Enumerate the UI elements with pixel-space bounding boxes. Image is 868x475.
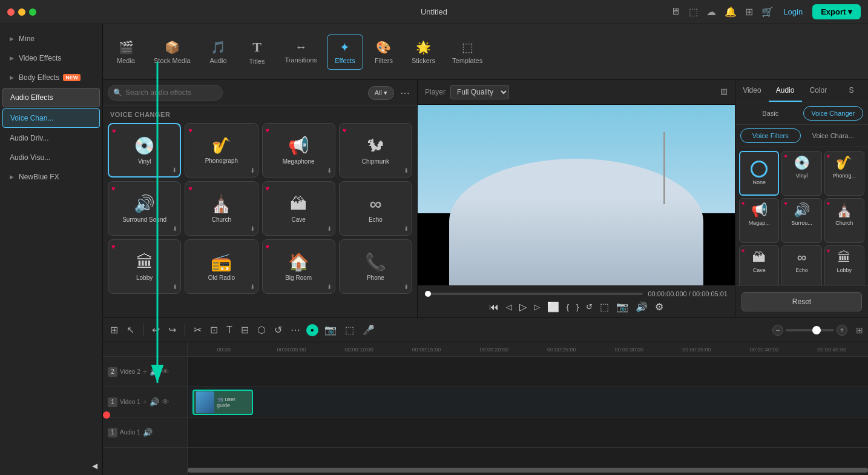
audio-track-icon[interactable]: 🔊 (150, 397, 159, 407)
more-options-button[interactable]: ⋯ (398, 87, 412, 99)
login-button[interactable]: Login (783, 7, 803, 16)
mic-button[interactable]: 🎤 (360, 322, 377, 338)
effect-card-megaphone[interactable]: ♥ 📢 Megaphone ⬇ (262, 123, 335, 178)
sidebar-collapse-button[interactable]: ◀ (0, 457, 102, 475)
filter-tab-voice-chara[interactable]: Voice Chara... (803, 128, 864, 143)
right-effect-church[interactable]: ♥ ⛪ Church (824, 198, 864, 243)
effect-card-big-room[interactable]: ♥ 🏠 Big Room ⬇ (262, 239, 335, 294)
undo-button[interactable]: ↩ (150, 322, 162, 338)
nav-item-titles[interactable]: T Titles (239, 35, 275, 70)
right-effect-echo[interactable]: ∞ Echo (781, 245, 821, 285)
redo-button[interactable]: ↪ (166, 322, 179, 338)
zoom-in-button[interactable]: + (837, 325, 847, 336)
snapshot-tl-button[interactable]: 📷 (322, 322, 339, 338)
right-effect-cave[interactable]: ♥ 🏔 Cave (739, 245, 779, 285)
snapshot-icon[interactable]: 🖼 (720, 88, 728, 96)
effect-card-surround[interactable]: ♥ 🔊 Surround Sound ⬇ (108, 181, 181, 236)
effect-card-lobby[interactable]: ♥ 🏛 Lobby ⬇ (108, 239, 181, 294)
frame-forward-button[interactable]: ▷ (534, 302, 540, 311)
sidebar-item-newblue[interactable]: ▶ NewBlue FX (2, 168, 100, 186)
text-button[interactable]: T (224, 322, 235, 338)
eye-icon[interactable]: 👁 (162, 397, 169, 407)
more-tools-button[interactable]: ⋯ (288, 322, 303, 338)
right-effect-surround[interactable]: ♥ 🔊 Surrou... (781, 198, 821, 243)
stop-button[interactable]: ⬜ (547, 301, 559, 313)
right-effect-lobby[interactable]: ♥ 🏛 Lobby (824, 245, 864, 285)
monitor-icon[interactable]: 🖥 (671, 6, 680, 18)
mask-button[interactable]: ⬚ (343, 322, 357, 338)
zoom-track[interactable] (786, 329, 834, 331)
mark-out-button[interactable]: } (576, 302, 579, 311)
effect-card-echo[interactable]: ∞ Echo ⬇ (339, 181, 412, 236)
effect-card-phonograph[interactable]: ♥ 🎷 Phonograph ⬇ (185, 123, 258, 178)
add-track-button[interactable]: ⊞ (108, 322, 120, 338)
eye-icon[interactable]: 👁 (162, 367, 169, 376)
filter-tab-voice-filters[interactable]: Voice Filters (740, 128, 801, 143)
cart-icon[interactable]: 🛒 (761, 6, 774, 18)
effect-card-vinyl[interactable]: ♥ 💿 Vinyl ⬇ (108, 123, 181, 178)
select-tool-button[interactable]: ↖ (124, 322, 137, 338)
sidebar-item-audio-effects[interactable]: Audio Effects (2, 88, 100, 107)
sidebar-item-audio-visu[interactable]: Audio Visu... (2, 148, 100, 167)
audio-icon[interactable]: 🔊 (143, 428, 153, 437)
audio-track-icon[interactable]: 🔊 (150, 367, 159, 376)
sidebar-item-voice-chan[interactable]: Voice Chan... (2, 108, 100, 128)
nav-item-stickers[interactable]: 🌟 Stickers (404, 35, 442, 69)
grid-icon[interactable]: ⊞ (745, 6, 753, 18)
right-effect-megaphone[interactable]: ♥ 📢 Megap... (739, 198, 779, 243)
zoom-thumb[interactable] (812, 326, 821, 334)
tab-s[interactable]: S (835, 80, 868, 102)
nav-item-media[interactable]: 🎬 Media (108, 35, 144, 69)
subtab-basic[interactable]: Basic (740, 106, 801, 121)
right-effect-vinyl[interactable]: ♥ 💿 Vinyl (781, 151, 821, 196)
volume-button[interactable]: 🔊 (636, 301, 648, 313)
effects-search-input[interactable] (108, 85, 223, 101)
effect-card-church[interactable]: ♥ ⛪ Church ⬇ (185, 181, 258, 236)
mark-in-button[interactable]: { (567, 302, 569, 311)
progress-thumb[interactable] (425, 291, 431, 297)
effect-card-cave[interactable]: ♥ 🏔 Cave ⬇ (262, 181, 335, 236)
timeline-scrollbar[interactable] (188, 468, 868, 473)
cut-button[interactable]: ✂ (191, 322, 204, 338)
motion-button[interactable]: ⬡ (255, 322, 268, 338)
nav-item-templates[interactable]: ⬚ Templates (445, 35, 490, 69)
layout-toggle-button[interactable]: ⊞ (856, 325, 863, 335)
add-icon[interactable]: + (143, 397, 148, 407)
right-effect-none[interactable]: None (739, 151, 779, 196)
add-icon[interactable]: + (143, 367, 148, 376)
sidebar-item-video-effects[interactable]: ▶ Video Effects (2, 49, 100, 67)
cloud-icon[interactable]: ☁ (706, 6, 716, 18)
loop-button[interactable]: ↺ (586, 302, 593, 311)
nav-item-audio[interactable]: 🎵 Audio (200, 35, 237, 69)
camera-button[interactable]: 📷 (616, 301, 628, 313)
reset-button[interactable]: Reset (741, 292, 862, 311)
sidebar-item-body-effects[interactable]: ▶ Body Effects NEW (2, 68, 100, 87)
pip-button[interactable]: ⬚ (600, 301, 609, 313)
nav-item-filters[interactable]: 🎨 Filters (366, 35, 402, 69)
play-button[interactable]: ▷ (519, 301, 527, 313)
sidebar-item-audio-driv[interactable]: Audio Driv... (2, 129, 100, 147)
progress-bar[interactable] (425, 293, 643, 295)
settings-button[interactable]: ⚙ (655, 301, 663, 313)
quality-select[interactable]: Full Quality Half Quality (450, 85, 509, 99)
video-clip[interactable]: 📹 user guide (192, 390, 253, 415)
right-effect-phonograph[interactable]: ♥ 🎷 Phonog... (824, 151, 864, 196)
effect-card-old-radio[interactable]: 📻 Old Radio ⬇ (185, 239, 258, 294)
layout-icon[interactable]: ⬚ (689, 6, 698, 18)
tab-video[interactable]: Video (735, 80, 769, 102)
zoom-out-button[interactable]: − (772, 325, 783, 336)
sidebar-item-mine[interactable]: ▶ Mine (2, 30, 100, 48)
export-button[interactable]: Export ▾ (812, 4, 861, 19)
nav-item-transitions[interactable]: ↔ Transitions (278, 35, 324, 68)
filter-button[interactable]: All ▾ (368, 86, 394, 100)
subtab-voice-changer[interactable]: Voice Changer (803, 106, 864, 121)
effect-card-phone[interactable]: 📞 Phone ⬇ (339, 239, 412, 294)
frame-back-button[interactable]: ◁ (506, 302, 512, 311)
nav-item-stock-media[interactable]: 📦 Stock Media (146, 35, 198, 69)
rotate-button[interactable]: ↺ (272, 322, 284, 338)
nav-item-effects[interactable]: ✦ Effects (327, 35, 363, 70)
tab-audio[interactable]: Audio (769, 80, 802, 102)
trim-button[interactable]: ⊡ (208, 322, 220, 338)
skip-back-button[interactable]: ⏮ (489, 302, 499, 313)
tab-color[interactable]: Color (802, 80, 835, 102)
